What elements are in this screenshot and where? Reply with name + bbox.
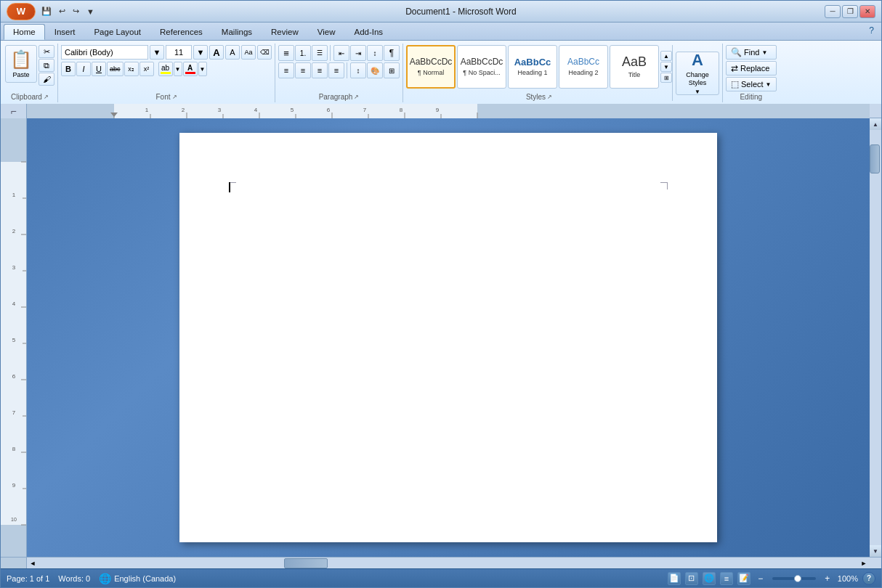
font-name-dropdown-button[interactable]: ▼: [150, 45, 164, 60]
borders-button[interactable]: ⊞: [384, 62, 400, 78]
zoom-slider[interactable]: [772, 577, 816, 580]
italic-button[interactable]: I: [76, 62, 91, 76]
help-button[interactable]: ?: [862, 572, 875, 585]
bullets-button[interactable]: ≡: [278, 45, 294, 61]
tab-add-ins[interactable]: Add-Ins: [344, 24, 392, 40]
tab-view[interactable]: View: [308, 24, 345, 40]
view-fullscreen-icon[interactable]: ⊡: [685, 572, 698, 585]
customize-quick-access-button[interactable]: ▼: [84, 6, 97, 17]
paste-label: Paste: [12, 71, 29, 78]
underline-button[interactable]: U: [92, 62, 106, 76]
font-size-dropdown-button[interactable]: ▼: [193, 45, 208, 60]
style-normal[interactable]: AaBbCcDc ¶ Normal: [406, 45, 456, 89]
tab-references[interactable]: References: [150, 24, 212, 40]
minimize-button[interactable]: ─: [825, 5, 841, 18]
view-draft-icon[interactable]: 📝: [737, 572, 750, 585]
style-no-spacing[interactable]: AaBbCcDc ¶ No Spaci...: [457, 45, 506, 89]
svg-text:5: 5: [291, 107, 294, 113]
font-expand-icon[interactable]: ↗: [172, 94, 177, 100]
shading-button[interactable]: 🎨: [367, 62, 383, 78]
highlight-color-button[interactable]: ab: [158, 62, 173, 76]
scroll-down-button[interactable]: ▼: [870, 545, 881, 557]
tab-page-layout[interactable]: Page Layout: [84, 24, 150, 40]
change-styles-button[interactable]: A ChangeStyles ▼: [676, 52, 719, 95]
paragraph-expand-icon[interactable]: ↗: [354, 94, 359, 100]
increase-indent-button[interactable]: ⇥: [350, 45, 366, 61]
highlight-dropdown-button[interactable]: ▼: [174, 62, 182, 76]
subscript-button[interactable]: x₂: [124, 62, 139, 76]
redo-button[interactable]: ↪: [70, 5, 82, 17]
view-normal-icon[interactable]: 📄: [668, 572, 681, 585]
tab-insert[interactable]: Insert: [45, 24, 85, 40]
font-size-input[interactable]: [166, 45, 192, 60]
style-heading2[interactable]: AaBbCc Heading 2: [559, 45, 608, 89]
shrink-font-button[interactable]: A: [225, 45, 240, 60]
superscript-button[interactable]: x²: [139, 62, 154, 76]
styles-scroll-down-button[interactable]: ▼: [660, 62, 672, 72]
view-outline-icon[interactable]: ≡: [720, 572, 733, 585]
save-button[interactable]: 💾: [39, 5, 54, 17]
scroll-thumb[interactable]: [870, 144, 880, 173]
change-styles-label: ChangeStyles: [686, 71, 709, 87]
cut-button[interactable]: ✂: [39, 45, 54, 58]
justify-button[interactable]: ≡: [328, 62, 344, 78]
restore-button[interactable]: ❐: [842, 5, 858, 18]
change-case-button[interactable]: Aa: [241, 45, 256, 60]
grow-font-button[interactable]: A: [209, 45, 224, 60]
tab-review[interactable]: Review: [262, 24, 308, 40]
styles-scroll-up-button[interactable]: ▲: [660, 51, 672, 61]
align-center-button[interactable]: ≡: [295, 62, 311, 78]
multilevel-list-button[interactable]: ☰: [312, 45, 328, 61]
font-name-row: ▼ ▼ A A Aa ⌫: [61, 45, 272, 60]
zoom-in-button[interactable]: +: [822, 573, 833, 584]
page-info: Page: 1 of 1: [7, 574, 49, 583]
clear-formatting-button[interactable]: ⌫: [257, 45, 272, 60]
font-color-dropdown-button[interactable]: ▼: [198, 62, 207, 76]
show-hide-button[interactable]: ¶: [384, 45, 400, 61]
tab-mailings[interactable]: Mailings: [212, 24, 262, 40]
bold-button[interactable]: B: [61, 62, 76, 76]
replace-button[interactable]: ⇄ Replace: [726, 61, 777, 75]
scroll-up-button[interactable]: ▲: [870, 118, 881, 130]
help-ribbon-icon[interactable]: ?: [865, 23, 878, 40]
style-no-spacing-label: ¶ No Spaci...: [463, 69, 500, 76]
font-color-button[interactable]: A: [183, 62, 198, 76]
view-web-icon[interactable]: 🌐: [703, 572, 716, 585]
line-spacing-button[interactable]: ↕: [350, 62, 366, 78]
svg-text:1: 1: [12, 192, 16, 198]
numbering-button[interactable]: 1.: [295, 45, 311, 61]
clipboard-expand-icon[interactable]: ↗: [44, 94, 49, 100]
hscroll-right-button[interactable]: ►: [858, 558, 870, 568]
strikethrough-button[interactable]: abc: [107, 62, 124, 76]
format-painter-button[interactable]: 🖌: [39, 73, 54, 86]
font-name-input[interactable]: [61, 45, 148, 60]
tab-home[interactable]: Home: [4, 24, 45, 40]
hscroll-thumb[interactable]: [284, 558, 328, 568]
zoom-slider-thumb[interactable]: [794, 575, 801, 582]
styles-expand-icon[interactable]: ↗: [547, 94, 552, 100]
style-title[interactable]: AaB Title: [610, 45, 659, 89]
office-button[interactable]: W: [7, 3, 36, 20]
align-left-button[interactable]: ≡: [278, 62, 294, 78]
hscroll-track[interactable]: [39, 558, 858, 568]
ruler-corner[interactable]: ⌐: [1, 104, 27, 118]
styles-expand-button[interactable]: ⊞: [660, 73, 672, 83]
hscroll-left-button[interactable]: ◄: [27, 558, 39, 568]
align-right-button[interactable]: ≡: [312, 62, 328, 78]
document-scroll-area[interactable]: [27, 118, 870, 557]
style-heading1[interactable]: AaBbCc Heading 1: [508, 45, 557, 89]
find-button[interactable]: 🔍 Find ▼: [726, 45, 777, 60]
svg-text:8: 8: [400, 107, 403, 113]
select-button[interactable]: ⬚ Select ▼: [726, 77, 777, 91]
decrease-indent-button[interactable]: ⇤: [333, 45, 349, 61]
paragraph-group-content: ≡ 1. ☰ ⇤ ⇥ ↕ ¶ ≡ ≡ ≡ ≡ ↕ 🎨 ⊞: [278, 45, 400, 91]
close-button[interactable]: ✕: [859, 5, 875, 18]
copy-button[interactable]: ⧉: [39, 59, 54, 72]
ruler-svg: 1 2 3 4 5 6 7 8 9: [27, 104, 870, 118]
scroll-track[interactable]: [870, 130, 881, 545]
paste-button[interactable]: 📋 Paste: [5, 45, 37, 83]
zoom-out-button[interactable]: −: [755, 573, 766, 584]
sort-button[interactable]: ↕: [367, 45, 383, 61]
document-page[interactable]: [179, 133, 717, 542]
undo-button[interactable]: ↩: [56, 5, 68, 17]
